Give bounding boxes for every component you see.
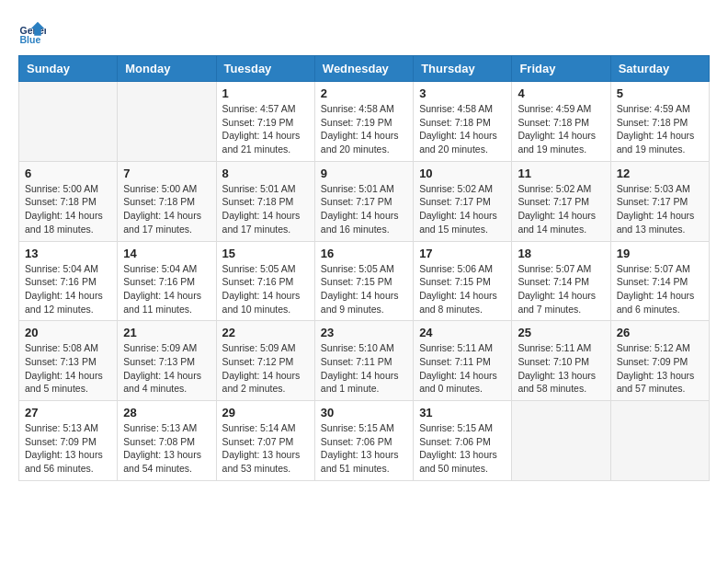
day-info: Sunrise: 5:03 AM Sunset: 7:17 PM Dayligh…: [617, 182, 703, 236]
day-number: 2: [321, 86, 407, 100]
day-number: 18: [518, 247, 604, 260]
calendar-cell: 23Sunrise: 5:10 AM Sunset: 7:11 PM Dayli…: [314, 321, 413, 401]
day-info: Sunrise: 5:04 AM Sunset: 7:16 PM Dayligh…: [25, 262, 111, 316]
calendar-cell: 12Sunrise: 5:03 AM Sunset: 7:17 PM Dayli…: [610, 161, 709, 241]
calendar-cell: 24Sunrise: 5:11 AM Sunset: 7:11 PM Dayli…: [414, 321, 512, 401]
day-number: 12: [617, 167, 703, 180]
calendar-cell: 8Sunrise: 5:01 AM Sunset: 7:18 PM Daylig…: [216, 161, 314, 241]
day-number: 16: [321, 247, 407, 260]
calendar-cell: 28Sunrise: 5:13 AM Sunset: 7:08 PM Dayli…: [118, 401, 216, 481]
day-number: 25: [518, 326, 604, 339]
calendar-cell: 18Sunrise: 5:07 AM Sunset: 7:14 PM Dayli…: [512, 241, 610, 321]
calendar-cell: 14Sunrise: 5:04 AM Sunset: 7:16 PM Dayli…: [118, 241, 216, 321]
day-info: Sunrise: 5:02 AM Sunset: 7:17 PM Dayligh…: [419, 182, 506, 236]
weekday-header-saturday: Saturday: [610, 56, 709, 82]
calendar-cell: 27Sunrise: 5:13 AM Sunset: 7:09 PM Dayli…: [19, 401, 118, 481]
day-info: Sunrise: 5:00 AM Sunset: 7:18 PM Dayligh…: [123, 182, 210, 236]
calendar-cell: 10Sunrise: 5:02 AM Sunset: 7:17 PM Dayli…: [414, 161, 512, 241]
day-info: Sunrise: 4:59 AM Sunset: 7:18 PM Dayligh…: [617, 102, 703, 156]
logo-icon: General Blue: [18, 18, 46, 46]
day-info: Sunrise: 5:06 AM Sunset: 7:15 PM Dayligh…: [419, 262, 506, 316]
calendar-cell: 29Sunrise: 5:14 AM Sunset: 7:07 PM Dayli…: [216, 401, 314, 481]
day-info: Sunrise: 5:09 AM Sunset: 7:12 PM Dayligh…: [222, 341, 309, 396]
day-info: Sunrise: 5:02 AM Sunset: 7:17 PM Dayligh…: [518, 182, 604, 236]
calendar-cell: [19, 82, 118, 162]
calendar-cell: 5Sunrise: 4:59 AM Sunset: 7:18 PM Daylig…: [610, 82, 709, 162]
day-info: Sunrise: 5:01 AM Sunset: 7:18 PM Dayligh…: [222, 182, 309, 236]
day-info: Sunrise: 5:12 AM Sunset: 7:09 PM Dayligh…: [617, 341, 703, 396]
calendar-cell: 16Sunrise: 5:05 AM Sunset: 7:15 PM Dayli…: [314, 241, 413, 321]
day-number: 6: [25, 167, 111, 180]
calendar-cell: 4Sunrise: 4:59 AM Sunset: 7:18 PM Daylig…: [512, 82, 610, 162]
day-info: Sunrise: 5:04 AM Sunset: 7:16 PM Dayligh…: [123, 262, 210, 316]
day-info: Sunrise: 5:14 AM Sunset: 7:07 PM Dayligh…: [222, 421, 309, 476]
calendar-cell: 2Sunrise: 4:58 AM Sunset: 7:19 PM Daylig…: [314, 82, 413, 162]
day-number: 29: [222, 406, 309, 419]
day-number: 8: [222, 167, 309, 180]
day-number: 13: [25, 247, 111, 260]
calendar-cell: [610, 401, 709, 481]
day-number: 21: [123, 326, 210, 339]
day-number: 3: [419, 86, 506, 100]
day-info: Sunrise: 5:05 AM Sunset: 7:15 PM Dayligh…: [321, 262, 407, 316]
weekday-header-wednesday: Wednesday: [314, 56, 413, 82]
weekday-header-thursday: Thursday: [414, 56, 512, 82]
calendar-cell: 9Sunrise: 5:01 AM Sunset: 7:17 PM Daylig…: [314, 161, 413, 241]
weekday-header-friday: Friday: [512, 56, 610, 82]
calendar-cell: 31Sunrise: 5:15 AM Sunset: 7:06 PM Dayli…: [414, 401, 512, 481]
calendar-week-2: 6Sunrise: 5:00 AM Sunset: 7:18 PM Daylig…: [19, 161, 710, 241]
day-number: 22: [222, 326, 309, 339]
calendar-cell: 3Sunrise: 4:58 AM Sunset: 7:18 PM Daylig…: [414, 82, 512, 162]
day-info: Sunrise: 5:07 AM Sunset: 7:14 PM Dayligh…: [518, 262, 604, 316]
day-number: 30: [321, 406, 407, 419]
day-number: 9: [321, 167, 407, 180]
calendar-week-4: 20Sunrise: 5:08 AM Sunset: 7:13 PM Dayli…: [19, 321, 710, 401]
day-number: 20: [25, 326, 111, 339]
day-info: Sunrise: 5:15 AM Sunset: 7:06 PM Dayligh…: [419, 421, 506, 476]
calendar-cell: 22Sunrise: 5:09 AM Sunset: 7:12 PM Dayli…: [216, 321, 314, 401]
calendar-table: SundayMondayTuesdayWednesdayThursdayFrid…: [18, 55, 710, 481]
day-info: Sunrise: 4:59 AM Sunset: 7:18 PM Dayligh…: [518, 102, 604, 156]
weekday-header-sunday: Sunday: [19, 56, 118, 82]
day-info: Sunrise: 5:15 AM Sunset: 7:06 PM Dayligh…: [321, 421, 407, 476]
day-info: Sunrise: 5:09 AM Sunset: 7:13 PM Dayligh…: [123, 341, 210, 396]
day-info: Sunrise: 4:58 AM Sunset: 7:19 PM Dayligh…: [321, 102, 407, 156]
calendar-cell: 19Sunrise: 5:07 AM Sunset: 7:14 PM Dayli…: [610, 241, 709, 321]
day-number: 28: [123, 406, 210, 419]
day-number: 15: [222, 247, 309, 260]
day-number: 4: [518, 86, 604, 100]
day-number: 23: [321, 326, 407, 339]
day-info: Sunrise: 5:10 AM Sunset: 7:11 PM Dayligh…: [321, 341, 407, 396]
calendar-cell: 13Sunrise: 5:04 AM Sunset: 7:16 PM Dayli…: [19, 241, 118, 321]
day-number: 31: [419, 406, 506, 419]
calendar-week-1: 1Sunrise: 4:57 AM Sunset: 7:19 PM Daylig…: [19, 82, 710, 162]
page-header: General Blue: [18, 18, 710, 46]
day-info: Sunrise: 5:11 AM Sunset: 7:10 PM Dayligh…: [518, 341, 604, 396]
calendar-cell: 15Sunrise: 5:05 AM Sunset: 7:16 PM Dayli…: [216, 241, 314, 321]
day-info: Sunrise: 5:13 AM Sunset: 7:09 PM Dayligh…: [25, 421, 111, 476]
calendar-cell: 30Sunrise: 5:15 AM Sunset: 7:06 PM Dayli…: [314, 401, 413, 481]
svg-text:Blue: Blue: [20, 34, 41, 45]
day-info: Sunrise: 4:58 AM Sunset: 7:18 PM Dayligh…: [419, 102, 506, 156]
calendar-cell: 11Sunrise: 5:02 AM Sunset: 7:17 PM Dayli…: [512, 161, 610, 241]
calendar-cell: 21Sunrise: 5:09 AM Sunset: 7:13 PM Dayli…: [118, 321, 216, 401]
day-info: Sunrise: 5:08 AM Sunset: 7:13 PM Dayligh…: [25, 341, 111, 396]
calendar-cell: [512, 401, 610, 481]
calendar-cell: 20Sunrise: 5:08 AM Sunset: 7:13 PM Dayli…: [19, 321, 118, 401]
day-number: 1: [222, 86, 309, 100]
day-number: 5: [617, 86, 703, 100]
calendar-cell: [118, 82, 216, 162]
day-info: Sunrise: 4:57 AM Sunset: 7:19 PM Dayligh…: [222, 102, 309, 156]
calendar-cell: 6Sunrise: 5:00 AM Sunset: 7:18 PM Daylig…: [19, 161, 118, 241]
weekday-header-tuesday: Tuesday: [216, 56, 314, 82]
day-number: 27: [25, 406, 111, 419]
day-number: 26: [617, 326, 703, 339]
calendar-cell: 17Sunrise: 5:06 AM Sunset: 7:15 PM Dayli…: [414, 241, 512, 321]
day-info: Sunrise: 5:05 AM Sunset: 7:16 PM Dayligh…: [222, 262, 309, 316]
day-number: 17: [419, 247, 506, 260]
day-info: Sunrise: 5:11 AM Sunset: 7:11 PM Dayligh…: [419, 341, 506, 396]
day-number: 11: [518, 167, 604, 180]
day-number: 7: [123, 167, 210, 180]
day-info: Sunrise: 5:00 AM Sunset: 7:18 PM Dayligh…: [25, 182, 111, 236]
weekday-header-monday: Monday: [118, 56, 216, 82]
